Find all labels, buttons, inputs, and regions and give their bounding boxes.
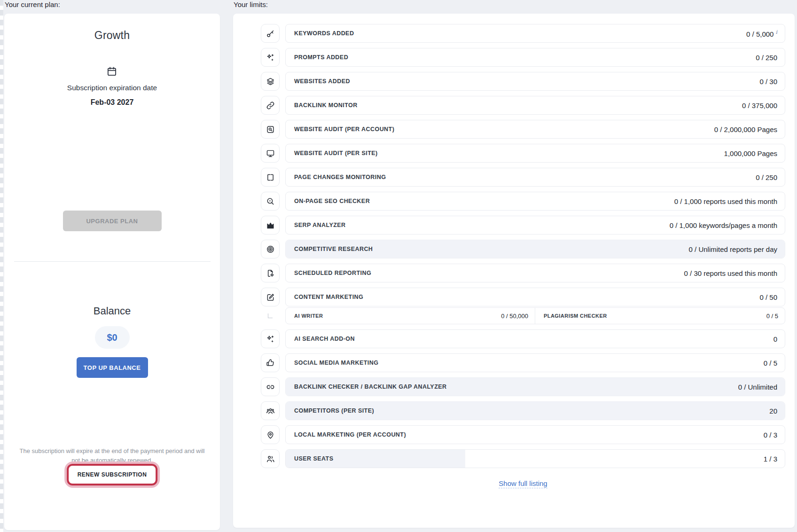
- limit-value: 20: [764, 407, 777, 415]
- limit-subrow: AI WRITER0 / 50,000PLAGIARISM CHECKER0 /…: [261, 307, 785, 324]
- pin-icon: [261, 425, 280, 444]
- info-icon[interactable]: i: [775, 29, 777, 35]
- sub-limit-cell: PLAGIARISM CHECKER0 / 5: [535, 308, 785, 324]
- limit-bar: BACKLINK CHECKER / BACKLINK GAP ANALYZER…: [285, 377, 785, 396]
- limit-label: WEBSITES ADDED: [294, 78, 350, 85]
- limit-bar: SOCIAL MEDIA MARKETING0 / 5: [285, 353, 785, 372]
- upgrade-plan-button[interactable]: UPGRADE PLAN: [63, 211, 162, 231]
- top-up-balance-button[interactable]: TOP UP BALANCE: [77, 357, 148, 378]
- limit-row: SERP ANALYZER0 / 1,000 keywords/pages a …: [261, 216, 785, 235]
- limit-bar: COMPETITORS (PER SITE)20: [285, 401, 785, 420]
- limit-bar: USER SEATS1 / 3: [285, 449, 785, 468]
- limit-value: 0 / 375,000: [736, 102, 777, 110]
- limit-bar: AI SEARCH ADD-ON0: [285, 329, 785, 348]
- search-icon: [261, 192, 280, 211]
- current-plan-section: Your current plan: Growth Subscription e…: [4, 0, 220, 530]
- limit-value: 0 / 1,000 keywords/pages a month: [664, 221, 777, 229]
- serp-chart-icon: [261, 216, 280, 235]
- limit-row: COMPETITIVE RESEARCH0 / Unlimited report…: [261, 240, 785, 258]
- balance-amount: $0: [95, 326, 130, 349]
- limit-bar: KEYWORDS ADDED0 / 5,000i: [285, 24, 785, 43]
- limit-value: 0 / 30: [754, 78, 777, 86]
- chain-link-icon: [261, 96, 280, 115]
- limit-row: BACKLINK CHECKER / BACKLINK GAP ANALYZER…: [261, 377, 785, 396]
- limit-label: COMPETITORS (PER SITE): [294, 407, 374, 414]
- limit-label: PAGE CHANGES MONITORING: [294, 174, 386, 180]
- limit-value: 0 / Unlimited reports per day: [683, 245, 777, 253]
- limit-row: COMPETITORS (PER SITE)20: [261, 401, 785, 420]
- renew-subscription-button[interactable]: RENEW SUBSCRIPTION: [70, 467, 155, 483]
- monitor-icon: [261, 144, 280, 163]
- limits-card: KEYWORDS ADDED0 / 5,000iPROMPTS ADDED0 /…: [233, 14, 795, 528]
- plan-name: Growth: [94, 29, 130, 42]
- limit-value: 0 / 250: [750, 173, 777, 181]
- show-full-listing-link[interactable]: Show full listing: [499, 479, 547, 488]
- limits-rows: KEYWORDS ADDED0 / 5,000iPROMPTS ADDED0 /…: [261, 24, 785, 468]
- balance-title: Balance: [4, 305, 220, 317]
- limit-row: PAGE CHANGES MONITORING0 / 250: [261, 168, 785, 187]
- branch-connector-icon: [261, 307, 280, 324]
- link-icon: [261, 377, 280, 396]
- limit-bar: COMPETITIVE RESEARCH0 / Unlimited report…: [285, 240, 785, 258]
- divider: [14, 261, 211, 262]
- limit-value: 0 / Unlimited: [733, 383, 777, 391]
- limit-row: WEBSITE AUDIT (PER SITE)1,000,000 Pages: [261, 144, 785, 163]
- page-edge-strip: [0, 0, 3, 532]
- limit-label: WEBSITE AUDIT (PER ACCOUNT): [294, 126, 394, 133]
- limit-value: 1,000,000 Pages: [719, 149, 777, 157]
- limit-bar: PAGE CHANGES MONITORING0 / 250: [285, 168, 785, 187]
- limit-label: COMPETITIVE RESEARCH: [294, 246, 373, 252]
- limit-value: 0 / 30 reports used this month: [679, 269, 777, 277]
- limit-value: 0: [768, 335, 777, 343]
- report-gear-icon: [261, 264, 280, 282]
- expiration-label: Subscription expiration date: [67, 84, 157, 92]
- limit-value: 0 / 5: [758, 359, 777, 367]
- limit-label: KEYWORDS ADDED: [294, 30, 354, 37]
- sub-limit-value: 0 / 50,000: [496, 313, 528, 320]
- limit-row: WEBSITES ADDED0 / 30: [261, 72, 785, 91]
- limit-bar: PROMPTS ADDED0 / 250: [285, 48, 785, 67]
- limits-header: Your limits:: [234, 0, 795, 9]
- layers-icon: [261, 72, 280, 91]
- limit-bar: SCHEDULED REPORTING0 / 30 reports used t…: [285, 264, 785, 282]
- limit-subbar: AI WRITER0 / 50,000PLAGIARISM CHECKER0 /…: [285, 307, 785, 324]
- sub-limit-label: PLAGIARISM CHECKER: [544, 313, 607, 319]
- limit-value: 0 / 1,000 reports used this month: [669, 197, 777, 205]
- limit-value: 0 / 250: [750, 54, 777, 62]
- current-plan-header: Your current plan:: [5, 0, 220, 9]
- limit-row: WEBSITE AUDIT (PER ACCOUNT)0 / 2,000,000…: [261, 120, 785, 139]
- edit-icon: [261, 288, 280, 306]
- limit-value: 1 / 3: [758, 455, 777, 463]
- limit-label: SERP ANALYZER: [294, 222, 346, 228]
- limit-label: WEBSITE AUDIT (PER SITE): [294, 150, 378, 156]
- limit-label: SOCIAL MEDIA MARKETING: [294, 360, 378, 366]
- target-icon: [261, 240, 280, 258]
- limit-value: 0 / 50: [754, 293, 777, 301]
- limit-row: LOCAL MARKETING (PER ACCOUNT)0 / 3: [261, 425, 785, 444]
- limit-label: AI SEARCH ADD-ON: [294, 336, 355, 342]
- expiration-block: Subscription expiration date Feb-03 2027: [67, 65, 157, 107]
- limit-value: 0 / 3: [758, 431, 777, 439]
- limit-label: BACKLINK MONITOR: [294, 102, 358, 109]
- limit-bar: WEBSITE AUDIT (PER SITE)1,000,000 Pages: [285, 144, 785, 163]
- limit-bar: SERP ANALYZER0 / 1,000 keywords/pages a …: [285, 216, 785, 235]
- key-icon: [261, 24, 280, 43]
- limit-bar: CONTENT MARKETING0 / 50: [285, 288, 785, 306]
- limit-bar: BACKLINK MONITOR0 / 375,000: [285, 96, 785, 115]
- limit-label: PROMPTS ADDED: [294, 54, 348, 61]
- limit-label: SCHEDULED REPORTING: [294, 270, 371, 276]
- book-pages-icon: [261, 168, 280, 187]
- limit-row: CONTENT MARKETING0 / 50: [261, 288, 785, 306]
- limit-row: ON-PAGE SEO CHECKER0 / 1,000 reports use…: [261, 192, 785, 211]
- limits-section: Your limits: KEYWORDS ADDED0 / 5,000iPRO…: [233, 0, 795, 528]
- sub-limit-value: 0 / 5: [762, 313, 778, 320]
- audit-search-icon: [261, 120, 280, 139]
- expiration-date: Feb-03 2027: [91, 98, 134, 107]
- thumbs-up-icon: [261, 353, 280, 372]
- limit-value: 0 / 5,000i: [741, 29, 777, 38]
- limit-row: BACKLINK MONITOR0 / 375,000: [261, 96, 785, 115]
- limit-row: PROMPTS ADDED0 / 250: [261, 48, 785, 67]
- limit-bar: WEBSITES ADDED0 / 30: [285, 72, 785, 91]
- people-group-icon: [261, 401, 280, 420]
- limit-row: KEYWORDS ADDED0 / 5,000i: [261, 24, 785, 43]
